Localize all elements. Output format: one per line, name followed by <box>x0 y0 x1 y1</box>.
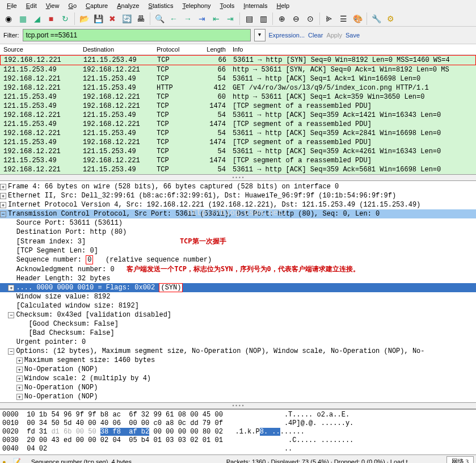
menu-go[interactable]: Go <box>64 1 81 10</box>
tb-find-icon[interactable]: 🔍 <box>153 12 166 25</box>
tree-urg[interactable]: Urgent pointer: 0 <box>0 338 476 347</box>
tb-autoscroll-icon[interactable]: ▥ <box>257 12 269 25</box>
tree-ack[interactable]: Acknowledgment number: 0 客户端发送一个TCP，标志位为… <box>0 264 476 274</box>
menu-capture[interactable]: Capture <box>81 1 112 10</box>
tb-options-icon[interactable]: ▦ <box>16 12 29 25</box>
splitter[interactable]: • • • • <box>0 174 476 181</box>
hex-row[interactable]: 0020 fd 31 d1 6b 00 50 38 f8 af b2 00 00… <box>2 428 474 436</box>
menu-file[interactable]: File <box>2 1 22 10</box>
tb-prefs-icon[interactable]: 🔧 <box>370 12 382 25</box>
tree-flags[interactable]: +.... 0000 0000 0010 = Flags: 0x002 (SYN… <box>0 283 476 292</box>
status-tab[interactable]: 网络 3 <box>446 456 474 463</box>
tb-interfaces-icon[interactable]: ◉ <box>2 12 15 25</box>
bullet-icon: ● <box>2 458 6 464</box>
tree-win[interactable]: Window size value: 8192 <box>0 292 476 301</box>
tb-print-icon[interactable]: 🖶 <box>134 12 147 25</box>
tree-stream[interactable]: [Stream index: 3] TCP第一次握手 <box>0 237 476 246</box>
tb-filter-icon[interactable]: ☰ <box>337 12 349 25</box>
tree-seglen[interactable]: [TCP Segment Len: 0] <box>0 246 476 255</box>
statusbar: ● 📝 Sequence number (tcp.seq), 4 bytes P… <box>0 454 476 463</box>
hex-row[interactable]: 0000 10 1b 54 96 9f 9f b8 ac 6f 32 99 61… <box>2 411 474 419</box>
tree-seq[interactable]: Sequence number: 0 (relative sequence nu… <box>0 255 476 264</box>
hex-pane[interactable]: 0000 10 1b 54 96 9f 9f b8 ac 6f 32 99 61… <box>0 409 476 454</box>
clear-link[interactable]: Clear <box>308 32 323 39</box>
tree-dstport[interactable]: Destination Port: http (80) <box>0 228 476 237</box>
menu-help[interactable]: Help <box>272 1 294 10</box>
tree-goodck[interactable]: [Good Checksum: False] <box>0 319 476 329</box>
tb-zoomout-icon[interactable]: ⊖ <box>290 12 302 25</box>
splitter2[interactable]: • • • • <box>0 402 476 409</box>
tree-ethernet[interactable]: +Ethernet II, Src: Dell_32:99:61 (b8:ac:… <box>0 191 476 200</box>
col-protocol[interactable]: Protocol <box>153 46 194 53</box>
expression-link[interactable]: Expression... <box>269 32 305 39</box>
col-source[interactable]: Source <box>0 46 79 53</box>
tree-nop1[interactable]: +No-Operation (NOP) <box>0 365 476 374</box>
packet-row[interactable]: 121.15.253.49192.168.12.221TCP1474[TCP s… <box>0 120 476 129</box>
filter-dropdown[interactable]: ▾ <box>254 29 266 41</box>
packet-row[interactable]: 121.15.253.49192.168.12.221TCP1474[TCP s… <box>0 102 476 111</box>
packet-row[interactable]: 192.168.12.221121.15.253.49TCP5453611 → … <box>0 111 476 120</box>
tree-nop2[interactable]: +No-Operation (NOP) <box>0 383 476 392</box>
packet-row[interactable]: 192.168.12.221121.15.253.49TCP6653611 → … <box>0 55 476 65</box>
status-stats: Packets: 1360 · Displayed: 73 (5.4%) · D… <box>223 458 411 464</box>
menu-analyze[interactable]: Analyze <box>112 1 144 10</box>
hex-row[interactable]: 0030 20 00 43 ed 00 00 02 04 05 b4 01 03… <box>2 436 474 445</box>
expert-icon[interactable]: 📝 <box>13 458 21 463</box>
tree-wscale[interactable]: +Window scale: 2 (multiply by 4) <box>0 374 476 383</box>
tree-mss[interactable]: +Maximum segment size: 1460 bytes <box>0 356 476 365</box>
filter-input[interactable]: tcp.port ==53611 <box>23 29 251 41</box>
hex-row[interactable]: 0010 00 34 50 5d 40 00 40 06 00 00 c0 a8… <box>2 419 474 428</box>
tb-open-icon[interactable]: 📂 <box>78 12 90 25</box>
menu-internals[interactable]: Internals <box>239 1 272 10</box>
tree-calcwin[interactable]: [Calculated window size: 8192] <box>0 301 476 310</box>
tb-zoom100-icon[interactable]: ⊙ <box>304 12 317 25</box>
tree-options[interactable]: −Options: (12 bytes), Maximum segment si… <box>0 347 476 356</box>
tb-colorize-icon[interactable]: ▤ <box>243 12 255 25</box>
tb-help-icon[interactable]: ⚙ <box>384 12 397 25</box>
tree-hdrlen[interactable]: Header Length: 32 bytes <box>0 274 476 283</box>
tree-tcp[interactable]: −Transmission Control Protocol, Src Port… <box>0 209 476 218</box>
packet-list-header: Source Destination Protocol Length Info <box>0 44 476 55</box>
save-link[interactable]: Save <box>346 32 360 39</box>
menu-view[interactable]: View <box>41 1 64 10</box>
tb-stop-icon[interactable]: ■ <box>45 12 57 25</box>
packet-row[interactable]: 192.168.12.221121.15.253.49TCP5453611 → … <box>0 165 476 174</box>
tb-goto-icon[interactable]: ⇥ <box>196 12 208 25</box>
menu-telephony[interactable]: Telephony <box>178 1 215 10</box>
packet-row[interactable]: 192.168.12.221121.15.253.49TCP5453611 → … <box>0 147 476 156</box>
annotation-title: TCP第一次握手 <box>180 237 226 245</box>
tb-save-icon[interactable]: 💾 <box>92 12 104 25</box>
tree-ip[interactable]: +Internet Protocol Version 4, Src: 192.1… <box>0 200 476 209</box>
tb-prev-icon[interactable]: ← <box>167 12 180 25</box>
packet-row[interactable]: 121.15.253.49192.168.12.221TCP60http → 5… <box>0 92 476 102</box>
packet-row[interactable]: 121.15.253.49192.168.12.221TCP1474[TCP s… <box>0 138 476 147</box>
col-info[interactable]: Info <box>229 46 476 53</box>
tree-checksum[interactable]: −Checksum: 0x43ed [validation disabled] <box>0 310 476 319</box>
tb-first-icon[interactable]: ⇤ <box>210 12 222 25</box>
tb-next-icon[interactable]: → <box>182 12 194 25</box>
hex-row[interactable]: 0040 04 02 .. <box>2 445 474 453</box>
tb-zoomin-icon[interactable]: ⊕ <box>276 12 288 25</box>
packet-row[interactable]: 121.15.253.49192.168.12.221TCP66http → 5… <box>0 65 476 74</box>
menu-statistics[interactable]: Statistics <box>144 1 178 10</box>
tb-close-icon[interactable]: ✖ <box>106 12 119 25</box>
packet-row[interactable]: 192.168.12.221121.15.253.49TCP5453611 → … <box>0 129 476 138</box>
apply-link[interactable]: Apply <box>326 32 342 39</box>
menu-edit[interactable]: Edit <box>22 1 41 10</box>
tb-resize-icon[interactable]: ⫸ <box>323 12 335 25</box>
tb-reload-icon[interactable]: 🔄 <box>120 12 133 25</box>
tb-start-icon[interactable]: ◢ <box>31 12 43 25</box>
tb-color-icon[interactable]: 🎨 <box>351 12 364 25</box>
packet-row[interactable]: 192.168.12.221121.15.253.49HTTP412GET /v… <box>0 83 476 92</box>
packet-row[interactable]: 192.168.12.221121.15.253.49TCP5453611 → … <box>0 74 476 83</box>
menu-tools[interactable]: Tools <box>216 1 239 10</box>
tree-srcport[interactable]: Source Port: 53611 (53611) <box>0 218 476 228</box>
packet-row[interactable]: 121.15.253.49192.168.12.221TCP1474[TCP s… <box>0 156 476 165</box>
tree-badck[interactable]: [Bad Checksum: False] <box>0 329 476 338</box>
col-length[interactable]: Length <box>194 46 229 53</box>
tree-frame[interactable]: +Frame 4: 66 bytes on wire (528 bits), 6… <box>0 182 476 191</box>
col-destination[interactable]: Destination <box>79 46 153 53</box>
tb-restart-icon[interactable]: ↻ <box>59 12 71 25</box>
tree-nop3[interactable]: +No-Operation (NOP) <box>0 392 476 401</box>
tb-last-icon[interactable]: ⇥ <box>224 12 237 25</box>
